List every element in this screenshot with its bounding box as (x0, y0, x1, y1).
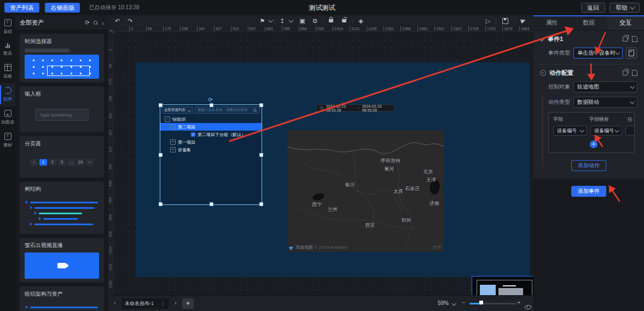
rail-item-material[interactable]: T素材 (0, 129, 15, 152)
rail-item-control[interactable]: 控件 (0, 83, 15, 106)
tree-node[interactable]: −恒组织 (160, 115, 262, 123)
component-card-datepicker[interactable]: 时间选择器 (20, 34, 104, 83)
zoom-out-icon[interactable]: − (462, 299, 465, 306)
rail-item-table[interactable]: 表格 (0, 60, 15, 83)
redo-icon[interactable]: ↷ (127, 16, 132, 26)
expand-node-icon[interactable]: + (170, 139, 176, 145)
canvas-tab-menu-icon[interactable]: ⋮ (160, 301, 165, 307)
component-card-input[interactable]: 输入框Type Something (20, 86, 104, 132)
map-attribution: 高德地图 © 2024 AutoNavi (289, 244, 347, 250)
preview-eye-icon[interactable] (525, 305, 531, 309)
ruler-tick: 1110 (108, 264, 112, 272)
document-icon (629, 50, 634, 56)
component-card-name: 分页器 (25, 140, 99, 148)
checkbox-checked-icon[interactable]: ✓ (191, 132, 195, 137)
delete-action-icon[interactable] (632, 71, 637, 76)
save-icon[interactable] (502, 18, 508, 24)
ruler-tick: 854 (108, 214, 112, 220)
add-mapping-button[interactable]: + (590, 140, 597, 148)
search-icon[interactable] (94, 21, 98, 25)
rail-item-basic[interactable]: T基础 (0, 15, 15, 38)
lock-icon[interactable] (329, 19, 333, 22)
component-card-tree[interactable]: 组织架构与资产 (20, 286, 104, 311)
ruler-tick: 854 (299, 26, 307, 31)
zoom-dropdown-icon[interactable] (451, 301, 456, 306)
add-event-button[interactable]: 添加事件 (571, 186, 606, 197)
tree-node-selected[interactable]: −第二项目 (160, 123, 262, 131)
map-widget[interactable]: 呼和浩特黄河北京天津银川太原石家庄济南西宁兰州西安郑州 高德地图 © 2024 … (287, 130, 444, 252)
prev-canvas-icon[interactable]: ‹ (114, 300, 116, 306)
control-target-dropdown[interactable]: 轨迹地图 (573, 81, 637, 92)
component-card-name: 树结构 (25, 185, 99, 193)
date-range-widget[interactable]: ◷ 2024-02-23 08:53:28 - 2024-02-23 08:53… (316, 104, 394, 112)
help-button[interactable]: 帮助 (610, 3, 640, 13)
tree-filter-dropdown[interactable]: 全部资源列表 (162, 107, 193, 114)
eraser-icon[interactable]: ◈ (358, 16, 363, 26)
zoom-level[interactable]: 59% (438, 300, 449, 306)
control-target-label: 控制对象 (548, 83, 573, 91)
ruler-tick: 1024 (333, 26, 343, 31)
collapse-node-icon[interactable]: − (165, 116, 170, 122)
minimap[interactable] (472, 276, 533, 295)
flag-icon[interactable]: ⚑ (260, 16, 265, 26)
group-icon[interactable]: ▣ (299, 16, 305, 26)
zoom-slider-handle[interactable] (479, 301, 483, 304)
chevron-down-icon[interactable] (288, 18, 293, 22)
component-card-video[interactable]: 萤石云视频直播 (20, 238, 104, 283)
component-card-pagination[interactable]: 分页器‹123…10› (20, 136, 104, 178)
text-box-icon: T (4, 19, 11, 26)
rail-item-loader[interactable]: 加载器 (0, 106, 15, 129)
collapse-action-icon[interactable] (540, 70, 546, 76)
extra-dropdown[interactable] (625, 126, 635, 136)
preview-play-icon[interactable]: ▷ (486, 16, 490, 26)
tree-node[interactable]: +设备集 (160, 146, 262, 154)
tree-search-input[interactable]: 请输入设备名称、场景名称查询 (195, 107, 260, 114)
event-type-label: 事件类型 (548, 49, 573, 57)
canvas-tab[interactable]: 未命名画布-1 ⋮ (121, 298, 169, 309)
duplicate-action-icon[interactable] (623, 71, 628, 75)
inspector-tabs: 属性 数据 交互 (533, 15, 644, 31)
event-script-button[interactable] (626, 48, 637, 58)
video-camera-icon (57, 263, 66, 268)
search-icon (253, 108, 257, 112)
publish-icon[interactable] (520, 18, 526, 24)
tab-interaction[interactable]: 交互 (607, 15, 644, 30)
chevron-down-icon[interactable] (269, 18, 273, 22)
unlock-icon[interactable] (342, 19, 346, 22)
ruler-tick: 939 (316, 26, 324, 31)
canvas-viewport[interactable]: 全部资源列表 请输入设备名称、场景名称查询 −恒组织−第二项目✓第二项目下分组（… (113, 31, 533, 295)
collapse-node-icon[interactable]: − (170, 124, 176, 130)
tree-thumbnail (25, 301, 99, 311)
rail-item-chart[interactable]: 图表 (0, 38, 15, 60)
zoom-in-icon[interactable]: + (517, 299, 520, 306)
tab-data[interactable]: 数据 (570, 15, 607, 30)
next-canvas-icon[interactable]: › (175, 300, 177, 306)
event-type-dropdown[interactable]: 单击选中设备时 (573, 48, 623, 58)
move-to-top-icon[interactable]: ↥ (280, 16, 285, 26)
right-panel-button[interactable]: 右侧面版 (45, 3, 80, 13)
tree-widget[interactable]: 全部资源列表 请输入设备名称、场景名称查询 −恒组织−第二项目✓第二项目下分组（… (160, 105, 262, 204)
asset-list-button[interactable]: 资产列表 (4, 3, 39, 13)
text-box-icon: T (4, 133, 11, 140)
field-map-dropdown[interactable]: 设备编号 (590, 126, 622, 136)
undo-icon[interactable]: ↶ (115, 16, 120, 26)
expand-node-icon[interactable]: + (170, 147, 176, 152)
field-dropdown[interactable]: 设备编号 (553, 126, 587, 136)
refresh-icon[interactable]: ⟳ (85, 19, 90, 26)
add-canvas-button[interactable]: + (182, 298, 194, 309)
copy-layer-icon[interactable]: ⧉ (313, 16, 317, 26)
action-type-dropdown[interactable]: 数据联动 (573, 97, 637, 108)
tree-node[interactable]: ✓第二项目下分组（默认） (160, 131, 262, 138)
tree-node[interactable]: +第一项目 (160, 138, 262, 146)
ruler-tick: 1793 (485, 26, 496, 31)
action-type-label: 动作类型 (548, 98, 573, 106)
component-card-tree[interactable]: 树结构 (20, 181, 104, 234)
add-action-button[interactable]: 添加动作 (571, 160, 606, 171)
duplicate-event-icon[interactable] (623, 37, 628, 42)
map-label-银川: 银川 (345, 181, 355, 189)
tab-properties[interactable]: 属性 (533, 15, 570, 30)
collapse-left-icon[interactable]: ‹ (102, 20, 104, 26)
delete-event-icon[interactable] (632, 37, 637, 42)
collapse-event-icon[interactable] (539, 37, 544, 41)
back-button[interactable]: 返回 (581, 3, 605, 13)
